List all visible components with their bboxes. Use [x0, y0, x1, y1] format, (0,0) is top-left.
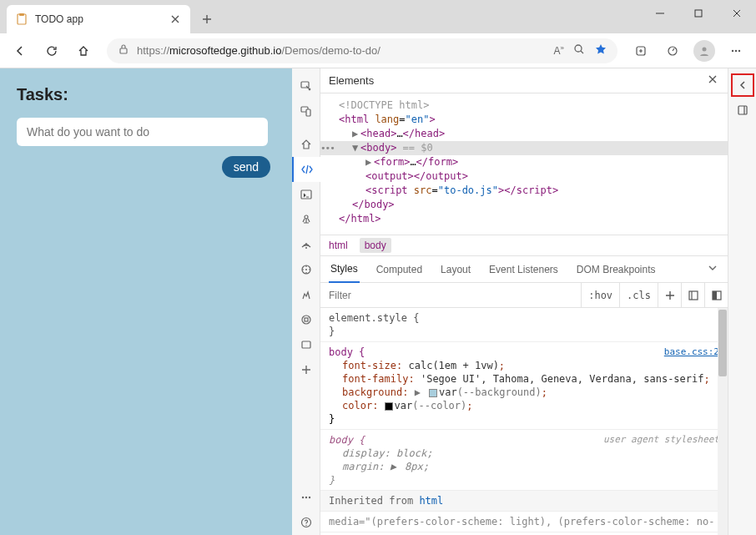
rule-body-uas[interactable]: user agent stylesheet body { display: bl…	[320, 430, 728, 491]
svg-rect-3	[120, 48, 127, 53]
rule-body[interactable]: base.css:2 body { font-size: calc(1em + …	[320, 342, 728, 430]
expand-tabs-icon[interactable]	[706, 261, 719, 277]
svg-point-26	[305, 525, 306, 526]
computed-styles-icon[interactable]	[681, 283, 704, 307]
security-icon[interactable]	[292, 332, 320, 357]
dom-body-close[interactable]: </body>	[320, 198, 728, 212]
dom-script[interactable]: <script src="to-do.js"></script>	[320, 184, 728, 198]
sources-icon[interactable]	[292, 207, 320, 232]
tab-dom-breakpoints[interactable]: DOM Breakpoints	[575, 256, 658, 283]
reading-mode-icon[interactable]: A»	[554, 44, 564, 57]
help-icon[interactable]	[292, 510, 320, 535]
tab-layout[interactable]: Layout	[439, 256, 472, 283]
svg-rect-27	[689, 291, 698, 300]
devtools-main: Elements <!DOCTYPE html> <html lang="en"…	[320, 68, 728, 535]
rule-element-style[interactable]: element.style { }	[320, 308, 728, 342]
source-link[interactable]: base.css:2	[664, 346, 719, 359]
dom-html-open[interactable]: <html lang="en">	[320, 113, 728, 127]
performance-tool-icon[interactable]	[292, 257, 320, 282]
css-rules-pane[interactable]: element.style { } base.css:2 body { font…	[320, 308, 728, 535]
browser-tab[interactable]: TODO app	[7, 5, 190, 33]
scrollbar-thumb[interactable]	[718, 310, 727, 376]
performance-icon[interactable]	[659, 38, 686, 64]
panel-title: Elements	[329, 74, 374, 87]
url-text: https://microsoftedge.github.io/Demos/de…	[137, 44, 547, 57]
svg-rect-29	[713, 291, 717, 300]
collapse-panel-icon[interactable]	[731, 73, 754, 97]
devtools-panel: Elements <!DOCTYPE html> <html lang="en"…	[292, 68, 756, 535]
minimize-button[interactable]	[641, 0, 679, 27]
svg-rect-13	[306, 109, 310, 116]
maximize-button[interactable]	[679, 0, 718, 27]
svg-rect-2	[695, 10, 702, 17]
url-actions: A»	[554, 43, 607, 58]
svg-point-19	[302, 315, 310, 324]
toggle-icon[interactable]	[704, 283, 728, 307]
application-icon[interactable]	[292, 307, 320, 332]
panel-header: Elements	[320, 68, 728, 93]
tab-title: TODO app	[35, 13, 162, 25]
tab-computed[interactable]: Computed	[375, 256, 424, 283]
svg-point-15	[305, 215, 308, 219]
elements-tool-icon[interactable]	[292, 157, 320, 182]
cls-toggle[interactable]: .cls	[619, 283, 658, 307]
rule-media[interactable]: media="(prefers-color-scheme: light), (p…	[320, 512, 728, 532]
styles-tabbar: Styles Computed Layout Event Listeners D…	[320, 256, 728, 283]
collections-icon[interactable]	[627, 38, 654, 64]
devtools-close-icon[interactable]	[706, 73, 719, 88]
back-button[interactable]	[7, 38, 33, 64]
close-window-button[interactable]	[718, 0, 756, 27]
svg-point-8	[732, 49, 733, 51]
todo-input[interactable]	[17, 118, 268, 146]
memory-icon[interactable]	[292, 282, 320, 307]
page-heading: Tasks:	[17, 85, 275, 104]
svg-point-4	[575, 45, 582, 52]
more-options-icon[interactable]	[292, 485, 320, 510]
favorite-star-icon[interactable]	[594, 43, 607, 58]
svg-point-24	[308, 497, 310, 498]
styles-filter-input[interactable]	[320, 283, 581, 307]
zoom-icon[interactable]	[572, 43, 586, 58]
svg-rect-30	[738, 106, 747, 114]
console-icon[interactable]	[292, 182, 320, 207]
dom-tree[interactable]: <!DOCTYPE html> <html lang="en"> ▶<head>…	[320, 93, 728, 235]
refresh-button[interactable]	[38, 38, 65, 64]
breadcrumb-html[interactable]: html	[329, 240, 348, 251]
more-menu-icon[interactable]	[723, 38, 749, 64]
dom-html-close[interactable]: </html>	[320, 212, 728, 226]
address-bar[interactable]: https://microsoftedge.github.io/Demos/de…	[107, 38, 617, 63]
lock-icon	[117, 43, 130, 58]
new-style-rule-icon[interactable]	[658, 283, 681, 307]
tab-event-listeners[interactable]: Event Listeners	[487, 256, 560, 283]
svg-point-16	[305, 247, 307, 249]
breadcrumb-body[interactable]: body	[360, 238, 391, 253]
dom-doctype[interactable]: <!DOCTYPE html>	[320, 98, 728, 113]
drawer-toggle-icon[interactable]	[731, 98, 754, 122]
welcome-icon[interactable]	[292, 132, 320, 157]
dom-form[interactable]: ▶<form>…</form>	[320, 155, 728, 169]
home-button[interactable]	[70, 38, 97, 64]
scrollbar-track[interactable]	[718, 308, 728, 535]
svg-rect-20	[305, 318, 308, 321]
profile-avatar[interactable]	[691, 38, 718, 64]
svg-point-10	[738, 49, 740, 51]
device-emulation-icon[interactable]	[292, 98, 320, 124]
dom-head[interactable]: ▶<head>…</head>	[320, 127, 728, 141]
dom-output[interactable]: <output></output>	[320, 169, 728, 184]
window-titlebar: TODO app	[0, 0, 756, 33]
inherited-from-row[interactable]: Inherited from html	[320, 491, 728, 512]
dom-body-open[interactable]: ▼<body> == $0	[320, 141, 728, 155]
network-icon[interactable]	[292, 232, 320, 257]
devtools-activity-bar	[292, 68, 320, 535]
styles-filter-bar: :hov .cls	[320, 283, 728, 308]
more-tools-icon[interactable]	[292, 357, 320, 382]
tab-favicon-icon	[15, 13, 28, 26]
inspect-icon[interactable]	[292, 73, 320, 98]
tab-styles[interactable]: Styles	[329, 256, 360, 283]
new-tab-button[interactable]	[195, 8, 219, 31]
tab-close-icon[interactable]	[169, 13, 182, 26]
svg-point-18	[305, 269, 307, 270]
hov-toggle[interactable]: :hov	[581, 283, 619, 307]
dom-breadcrumb: html body	[320, 235, 728, 256]
send-button[interactable]: send	[222, 156, 270, 178]
